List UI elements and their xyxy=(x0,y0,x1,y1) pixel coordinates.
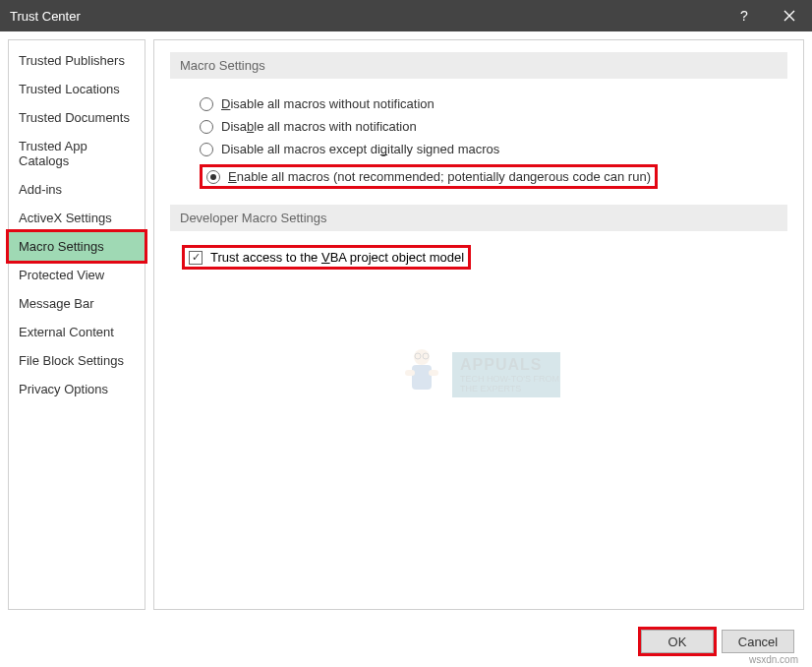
section-header-dev: Developer Macro Settings xyxy=(170,205,787,231)
svg-point-0 xyxy=(414,349,430,365)
svg-point-5 xyxy=(423,353,429,359)
svg-rect-3 xyxy=(429,370,438,376)
sidebar-item-trusted-documents[interactable]: Trusted Documents xyxy=(9,103,145,132)
svg-rect-2 xyxy=(405,370,415,376)
section-header-macro: Macro Settings xyxy=(170,52,787,79)
trust-vba-highlight: ✓ Trust access to the VBA project object… xyxy=(182,245,471,270)
window-title: Trust Center xyxy=(10,9,722,24)
sidebar-item-add-ins[interactable]: Add-ins xyxy=(9,175,145,204)
cancel-button[interactable]: Cancel xyxy=(722,630,794,653)
sidebar-item-file-block-settings[interactable]: File Block Settings xyxy=(9,346,145,375)
watermark-site: wsxdn.com xyxy=(749,654,798,665)
ok-button[interactable]: OK xyxy=(641,630,714,653)
radio-icon[interactable] xyxy=(200,143,213,156)
trust-vba-label: Trust access to the VBA project object m… xyxy=(210,250,464,265)
watermark-logo: APPUALS TECH HOW-TO'S FROM THE EXPERTS xyxy=(397,345,560,404)
sidebar-item-privacy-options[interactable]: Privacy Options xyxy=(9,375,145,403)
radio-icon[interactable] xyxy=(206,170,220,184)
watermark-figure-icon xyxy=(397,345,446,404)
sidebar-item-trusted-locations[interactable]: Trusted Locations xyxy=(9,75,145,103)
macro-option-0[interactable]: Disable all macros without notification xyxy=(200,92,787,115)
sidebar-item-message-bar[interactable]: Message Bar xyxy=(9,289,145,318)
svg-point-4 xyxy=(415,353,421,359)
watermark-brand: APPUALS xyxy=(460,356,560,374)
sidebar-item-trusted-app-catalogs[interactable]: Trusted App Catalogs xyxy=(9,132,145,175)
sidebar-item-activex-settings[interactable]: ActiveX Settings xyxy=(9,204,145,232)
sidebar-item-macro-settings[interactable]: Macro Settings xyxy=(9,232,145,261)
close-icon xyxy=(783,10,795,22)
sidebar: Trusted PublishersTrusted LocationsTrust… xyxy=(8,39,145,610)
sidebar-item-external-content[interactable]: External Content xyxy=(9,318,145,346)
radio-icon[interactable] xyxy=(200,120,213,134)
macro-option-label: Disable all macros with notification xyxy=(221,119,417,134)
macro-option-2[interactable]: Disable all macros except digitally sign… xyxy=(200,138,787,160)
dialog-body: Trusted PublishersTrusted LocationsTrust… xyxy=(0,31,812,618)
macro-option-3[interactable]: Enable all macros (not recommended; pote… xyxy=(200,160,787,193)
sidebar-item-protected-view[interactable]: Protected View xyxy=(9,261,145,289)
close-button[interactable] xyxy=(767,0,812,31)
radio-icon[interactable] xyxy=(200,97,213,111)
dev-checkbox-group: ✓ Trust access to the VBA project object… xyxy=(170,245,787,270)
titlebar: Trust Center ? xyxy=(0,0,812,31)
macro-option-label: Disable all macros without notification xyxy=(221,96,435,111)
content-pane: Macro Settings Disable all macros withou… xyxy=(153,39,804,610)
watermark-tagline: TECH HOW-TO'S FROM THE EXPERTS xyxy=(460,374,560,394)
macro-option-label: Enable all macros (not recommended; pote… xyxy=(228,169,651,184)
window-controls: ? xyxy=(722,0,812,31)
macro-option-highlight: Enable all macros (not recommended; pote… xyxy=(200,164,658,189)
macro-option-1[interactable]: Disable all macros with notification xyxy=(200,115,787,138)
trust-vba-checkbox[interactable]: ✓ xyxy=(189,251,203,265)
macro-radio-group: Disable all macros without notificationD… xyxy=(170,92,787,205)
dialog-buttons: OK Cancel xyxy=(641,630,794,653)
macro-option-label: Disable all macros except digitally sign… xyxy=(221,142,499,156)
help-button[interactable]: ? xyxy=(722,0,767,31)
sidebar-item-trusted-publishers[interactable]: Trusted Publishers xyxy=(9,46,145,75)
svg-rect-1 xyxy=(412,365,432,390)
watermark-box: APPUALS TECH HOW-TO'S FROM THE EXPERTS xyxy=(452,352,560,397)
